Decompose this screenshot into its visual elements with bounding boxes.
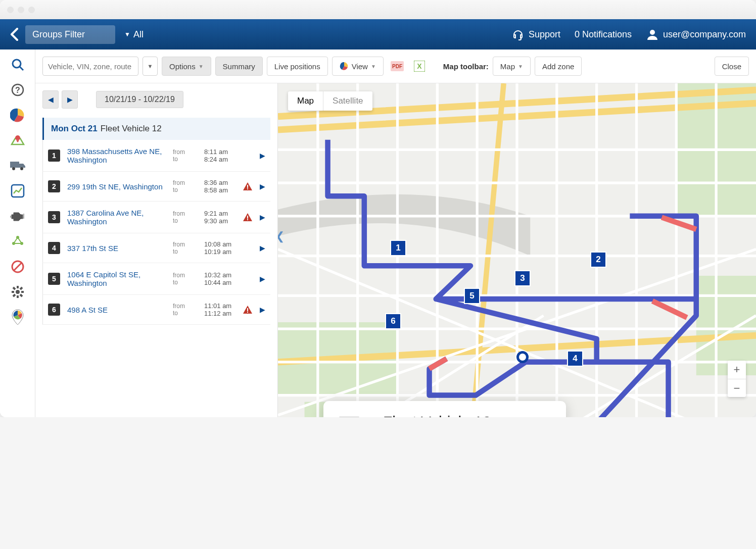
stop-time-values: 10:08 am10:19 am — [204, 240, 235, 256]
expand-icon[interactable]: ▶ — [260, 182, 265, 190]
stop-row[interactable]: 51064 E Capitol St SE, Washingtonfromto1… — [42, 263, 270, 295]
alert-icon — [243, 213, 253, 222]
stop-address[interactable]: 299 19th St NE, Washington — [67, 182, 166, 191]
live-positions-button[interactable]: Live positions — [267, 57, 328, 76]
summary-button[interactable]: Summary — [215, 57, 263, 76]
info-card-title: Fleet Vehicle 12 — [383, 413, 491, 417]
alert-icon — [243, 305, 253, 314]
window-dot — [28, 7, 35, 13]
vehicle-info-card: Fleet Vehicle 12 Driving 14 mph on 10/21… — [323, 401, 566, 417]
current-position-marker[interactable] — [516, 351, 529, 363]
stop-time-values: 10:32 am10:44 am — [204, 271, 235, 286]
window-dot — [18, 7, 24, 13]
trip-day: Mon Oct 21 — [51, 124, 98, 134]
trip-panel: ◀ ▶ 10/21/19 - 10/22/19 Mon Oct 21 Fleet… — [35, 83, 278, 417]
date-next-button[interactable]: ▶ — [62, 90, 78, 109]
window-titlebar — [0, 0, 756, 19]
map-marker[interactable]: 6 — [385, 313, 401, 329]
pdf-icon[interactable]: PDF — [388, 61, 407, 71]
trip-header[interactable]: Mon Oct 21 Fleet Vehicle 12 — [42, 118, 270, 140]
support-link[interactable]: Support — [511, 28, 560, 41]
stop-row[interactable]: 6498 A St SEfromto11:01 am11:12 am▶ — [42, 295, 270, 325]
date-prev-button[interactable]: ◀ — [42, 90, 59, 109]
content-toolbar: ▼ Options▼ Summary Live positions View▼ … — [35, 49, 756, 83]
stop-time-labels: fromto — [173, 179, 197, 193]
options-button[interactable]: Options▼ — [162, 57, 211, 76]
stop-row[interactable]: 31387 Carolina Ave NE, Washingtonfromto9… — [42, 202, 270, 233]
search-icon[interactable] — [9, 56, 27, 74]
svg-line-19 — [13, 287, 15, 289]
expand-icon[interactable]: ▶ — [260, 152, 265, 160]
notifications-link[interactable]: 0 Notifications — [575, 29, 632, 40]
search-dropdown[interactable]: ▼ — [143, 57, 158, 76]
svg-rect-5 — [10, 162, 19, 168]
back-button[interactable] — [10, 28, 18, 41]
map-view-button[interactable]: Map — [288, 91, 323, 111]
location-icon[interactable] — [9, 308, 27, 326]
map-marker[interactable]: 3 — [514, 270, 531, 286]
stop-address[interactable]: 498 A St SE — [67, 306, 166, 314]
groups-all-label: All — [133, 29, 144, 40]
map-marker[interactable]: 5 — [464, 288, 480, 304]
date-range-button[interactable]: 10/21/19 - 10/22/19 — [96, 91, 183, 108]
map-marker[interactable]: 4 — [567, 351, 583, 367]
stop-address[interactable]: 398 Massachusetts Ave NE, Washington — [67, 147, 166, 164]
map-marker[interactable]: 1 — [390, 240, 406, 256]
svg-point-6 — [12, 167, 15, 170]
svg-text:X: X — [417, 62, 422, 70]
engine-icon[interactable] — [9, 207, 27, 225]
stop-address[interactable]: 1064 E Capitol St SE, Washington — [67, 270, 166, 287]
stop-time-values: 8:11 am8:24 am — [204, 148, 235, 163]
expand-icon[interactable]: ▶ — [260, 213, 265, 221]
truck-icon[interactable] — [9, 157, 27, 175]
stop-row[interactable]: 2299 19th St NE, Washingtonfromto8:36 am… — [42, 172, 270, 202]
groups-filter-button[interactable]: Groups Filter — [25, 25, 115, 44]
svg-point-1 — [13, 60, 21, 68]
excel-icon[interactable]: X — [411, 61, 428, 72]
stop-row[interactable]: 1398 Massachusetts Ave NE, Washingtonfro… — [42, 140, 270, 172]
expand-icon[interactable]: ▶ — [260, 306, 265, 314]
expand-icon[interactable]: ▶ — [260, 275, 265, 283]
groups-all-dropdown[interactable]: ▼ All — [124, 29, 144, 40]
close-button[interactable]: Close — [715, 57, 749, 76]
stop-address[interactable]: 337 17th St SE — [67, 244, 166, 253]
notifications-label: 0 Notifications — [575, 29, 632, 40]
zoom-controls: + − — [728, 361, 746, 397]
map-type-dropdown[interactable]: Map▼ — [493, 57, 531, 76]
svg-rect-36 — [696, 276, 756, 375]
zoom-out-button[interactable]: − — [728, 379, 746, 397]
trend-icon[interactable] — [9, 182, 27, 200]
truck-large-icon — [338, 413, 373, 417]
user-menu[interactable]: user@company.com — [646, 28, 746, 41]
help-icon[interactable]: ? — [9, 81, 27, 99]
user-icon — [646, 28, 659, 41]
stop-address[interactable]: 1387 Carolina Ave NE, Washington — [67, 209, 166, 226]
block-icon[interactable] — [9, 258, 27, 276]
map-type-toggle: Map Satellite — [288, 91, 372, 111]
search-input[interactable] — [42, 57, 138, 76]
gear-icon[interactable] — [9, 283, 27, 301]
svg-rect-31 — [247, 308, 248, 311]
satellite-view-button[interactable]: Satellite — [323, 91, 372, 111]
pie-chart-icon[interactable] — [9, 106, 27, 124]
expand-icon[interactable]: ▶ — [260, 244, 265, 252]
map-toolbar-label: Map toolbar: — [443, 62, 489, 71]
trip-vehicle: Fleet Vehicle 12 — [101, 124, 162, 134]
network-icon[interactable] — [9, 232, 27, 251]
stop-time-values: 11:01 am11:12 am — [204, 302, 235, 317]
stop-number: 3 — [48, 211, 60, 223]
view-dropdown[interactable]: View▼ — [332, 57, 384, 76]
stop-row[interactable]: 4337 17th St SEfromto10:08 am10:19 am▶ — [42, 233, 270, 263]
map[interactable]: Map Satellite ❮ 123456 + − — [278, 83, 756, 417]
map-marker[interactable]: 2 — [590, 252, 606, 268]
svg-rect-28 — [247, 188, 248, 189]
panel-collapse-button[interactable]: ❮ — [278, 230, 285, 243]
stop-time-values: 8:36 am8:58 am — [204, 179, 235, 194]
zoom-in-button[interactable]: + — [728, 361, 746, 379]
add-zone-button[interactable]: Add zone — [535, 57, 582, 76]
map-background — [278, 83, 756, 417]
svg-line-2 — [20, 67, 23, 70]
map-pin-icon[interactable] — [9, 131, 27, 149]
stop-number: 5 — [48, 273, 60, 285]
svg-rect-27 — [247, 185, 248, 188]
